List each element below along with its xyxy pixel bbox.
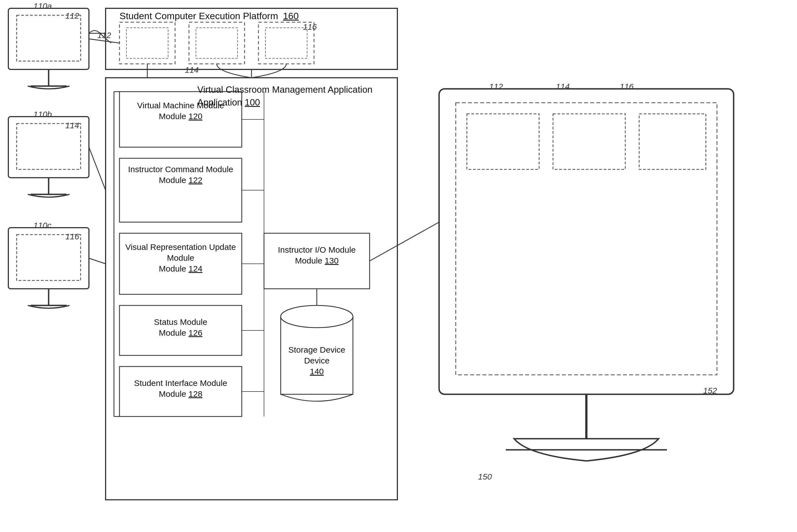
ref-114-platform: 114 [185, 65, 199, 75]
svg-rect-0 [106, 78, 397, 500]
svg-line-48 [89, 147, 106, 190]
ref-112-left: 112 [65, 11, 79, 21]
ref-150: 150 [478, 472, 492, 481]
svg-line-49 [89, 258, 106, 264]
visual-rep-label: Visual Representation Update Module Modu… [120, 242, 241, 274]
svg-rect-7 [266, 28, 307, 58]
svg-rect-28 [456, 103, 717, 375]
ref-116-monitor: 116 [620, 82, 634, 91]
svg-line-50 [369, 222, 439, 261]
ref-152: 152 [703, 386, 717, 395]
ref-114-monitor: 114 [556, 82, 570, 91]
ref-112-monitor: 112 [489, 82, 503, 91]
svg-rect-2 [120, 22, 175, 64]
svg-rect-5 [126, 28, 168, 58]
svg-rect-27 [439, 89, 733, 394]
ref-110c: 110c [33, 221, 51, 230]
ref-116-platform: 116 [303, 22, 317, 32]
svg-rect-3 [189, 22, 244, 64]
svg-rect-31 [639, 114, 706, 169]
svg-rect-43 [17, 235, 80, 281]
ref-112-platform: 112 [97, 31, 111, 40]
svg-point-19 [281, 305, 353, 328]
ref-116-left: 116 [65, 232, 79, 241]
svg-rect-6 [196, 28, 238, 58]
instructor-command-label: Instructor Command Module Module 122 [120, 164, 241, 186]
vm-module-label: Virtual Machine Module Module 120 [120, 100, 241, 121]
status-module-label: Status Module Module 126 [120, 317, 241, 338]
student-interface-label: Student Interface Module Module 128 [120, 378, 241, 399]
svg-rect-29 [467, 114, 539, 169]
ref-110a: 110a [33, 1, 52, 11]
svg-rect-35 [17, 15, 80, 61]
svg-rect-39 [17, 124, 80, 169]
ref-110b: 110b [33, 110, 52, 119]
student-platform-title: Student Computer Execution Platform 160 [120, 10, 314, 22]
svg-rect-30 [553, 114, 625, 169]
ref-114-left: 114 [65, 121, 79, 130]
instructor-io-label: Instructor I/O Module Module 130 [264, 244, 369, 266]
storage-device-label: Storage Device Device 140 [281, 344, 353, 377]
